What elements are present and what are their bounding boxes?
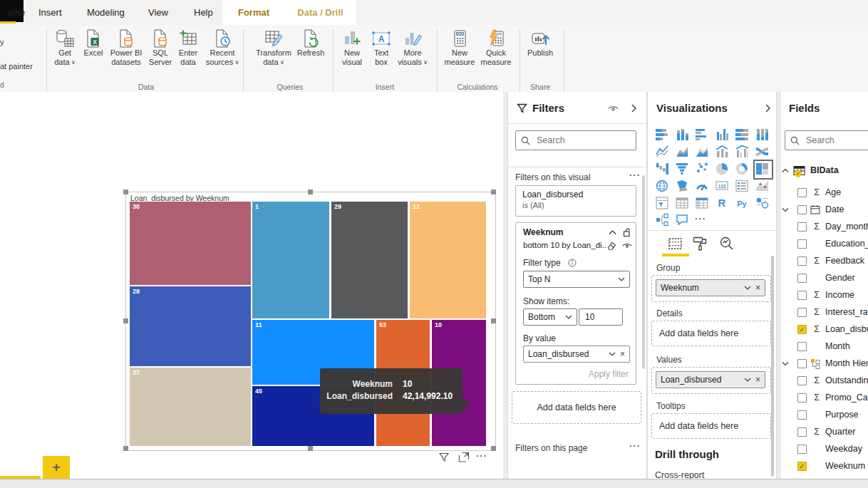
stacked-column-chart-visual-icon[interactable] xyxy=(676,128,691,143)
field-checkbox[interactable] xyxy=(797,274,807,283)
selection-handle[interactable] xyxy=(491,446,496,451)
values-field-chip[interactable]: Loan_disbursed × xyxy=(656,371,765,388)
table-biData-row[interactable]: ✓ BIData xyxy=(780,162,868,179)
remove-field-icon[interactable]: × xyxy=(620,349,625,359)
chevron-down-icon[interactable] xyxy=(609,352,616,356)
filled-map-visual-icon[interactable] xyxy=(676,179,691,194)
enter-data-button[interactable]: Enterdata xyxy=(173,28,203,67)
group-field-chip[interactable]: Weeknum × xyxy=(656,279,765,296)
show-items-count-input[interactable] xyxy=(579,309,622,325)
filters-on-visual-more-icon[interactable]: ··· xyxy=(629,170,641,180)
chevron-down-icon[interactable] xyxy=(744,286,751,290)
selection-handle[interactable] xyxy=(491,318,496,323)
field-item-age[interactable]: ΣAge xyxy=(780,184,868,201)
ribbon-chart-visual-icon[interactable] xyxy=(755,145,771,160)
tooltips-well[interactable]: Add data fields here xyxy=(651,413,771,439)
show-items-count-field[interactable] xyxy=(579,308,623,326)
text-box-button[interactable]: ATextbox xyxy=(367,28,396,67)
hide-filter-eye-icon[interactable] xyxy=(622,242,632,249)
visual-filter-icon[interactable] xyxy=(438,452,450,463)
field-item-gender[interactable]: Gender xyxy=(780,269,868,286)
treemap-visual-container[interactable]: Loan_disbursed by Weeknum 30129122827114… xyxy=(125,192,496,451)
clear-filter-eraser-icon[interactable] xyxy=(607,242,616,250)
field-checkbox[interactable] xyxy=(797,342,807,351)
chevron-down-icon[interactable] xyxy=(744,378,751,382)
field-checkbox[interactable] xyxy=(797,445,807,454)
filters-preview-eye-icon[interactable] xyxy=(608,105,619,113)
field-checkbox[interactable] xyxy=(797,239,807,249)
field-item-promo-ca[interactable]: ΣPromo_Ca xyxy=(780,389,868,406)
format-tab-icon[interactable] xyxy=(693,236,708,251)
refresh-button[interactable]: Refresh xyxy=(293,28,329,58)
filters-scrollbar[interactable] xyxy=(642,175,645,369)
field-item-purpose[interactable]: Purpose xyxy=(780,406,868,423)
new-measure-button[interactable]: Newmeasure xyxy=(440,28,480,67)
field-item-day-month[interactable]: ΣDay_month xyxy=(780,218,868,235)
add-filter-field-dropzone[interactable]: Add data fields here xyxy=(512,391,641,424)
filters-on-page-more-icon[interactable]: ··· xyxy=(629,440,641,451)
get-data-button[interactable]: Getdata ∨ xyxy=(48,28,81,67)
new-page-button[interactable]: + xyxy=(43,456,70,479)
filters-search-box[interactable] xyxy=(515,130,636,150)
lock-icon[interactable] xyxy=(623,228,631,237)
line-chart-visual-icon[interactable] xyxy=(656,145,671,160)
field-checkbox[interactable] xyxy=(797,256,807,266)
field-checkbox[interactable] xyxy=(797,393,807,403)
collapse-visualizations-pane-icon[interactable] xyxy=(765,103,771,113)
visual-more-options-icon[interactable]: ··· xyxy=(476,450,487,461)
decomposition-tree-visual-icon[interactable] xyxy=(656,213,671,229)
treemap-tile-weeknum-12[interactable]: 12 xyxy=(410,202,486,318)
field-item-outstandin[interactable]: ΣOutstandin xyxy=(780,372,868,389)
by-value-field-chip[interactable]: Loan_disbursed × xyxy=(523,346,630,363)
field-checkbox[interactable] xyxy=(797,222,807,232)
treemap-visual-icon[interactable] xyxy=(755,162,771,177)
treemap-tile-weeknum-28[interactable]: 28 xyxy=(130,286,251,366)
q-and-a-visual-icon[interactable] xyxy=(676,213,691,229)
menu-item-format[interactable]: Format xyxy=(223,0,284,25)
line-and-stacked-column-chart-visual-icon[interactable] xyxy=(715,145,731,160)
field-item-loan-disbu[interactable]: ✓ΣLoan_disbu xyxy=(780,321,868,338)
kpi-visual-icon[interactable] xyxy=(755,179,771,194)
field-checkbox[interactable] xyxy=(797,376,807,385)
remove-field-icon[interactable]: × xyxy=(755,375,760,385)
fields-search-box[interactable] xyxy=(785,130,868,150)
python-visual-icon[interactable]: Py xyxy=(735,196,751,212)
field-item-month[interactable]: Month xyxy=(780,338,868,355)
donut-chart-visual-icon[interactable] xyxy=(735,162,751,177)
field-item-income[interactable]: ΣIncome xyxy=(780,286,868,303)
field-checkbox[interactable] xyxy=(797,427,807,437)
field-item-interest-rat[interactable]: ΣInterest_rat xyxy=(780,303,868,321)
scatter-chart-visual-icon[interactable] xyxy=(696,162,711,177)
field-checkbox[interactable] xyxy=(797,308,807,317)
field-checkbox[interactable] xyxy=(797,205,807,214)
table-visual-icon[interactable] xyxy=(676,196,691,212)
focus-mode-icon[interactable] xyxy=(458,452,470,463)
stacked-bar-chart-visual-icon[interactable] xyxy=(656,128,671,143)
details-well[interactable]: Add data fields here xyxy=(651,321,771,346)
r-script-visual-icon[interactable]: R xyxy=(715,196,731,212)
card-visual-icon[interactable]: 123 xyxy=(715,179,731,194)
visualizations-scrollbar[interactable] xyxy=(771,256,774,477)
menu-item-modeling[interactable]: Modeling xyxy=(84,0,128,25)
field-item-month-hier[interactable]: Month Hier xyxy=(780,355,868,372)
100-stacked-bar-chart-visual-icon[interactable] xyxy=(735,128,751,143)
field-checkbox[interactable] xyxy=(797,188,807,197)
collapse-table-icon[interactable] xyxy=(782,168,790,173)
selection-handle[interactable] xyxy=(308,190,313,194)
field-item-weekday[interactable]: Weekday xyxy=(780,440,868,457)
treemap-tile-weeknum-1[interactable]: 1 xyxy=(252,202,329,318)
field-item-date[interactable]: Date xyxy=(780,201,868,218)
more-visuals-button[interactable]: Morevisuals ∨ xyxy=(393,28,433,67)
filters-search-input[interactable] xyxy=(535,135,636,146)
selection-handle[interactable] xyxy=(491,190,496,194)
funnel-chart-visual-icon[interactable] xyxy=(676,162,691,177)
transform-data-button[interactable]: Transformdata ∨ xyxy=(251,28,296,67)
publish-button[interactable]: Publish xyxy=(522,28,558,58)
multi-row-card-visual-icon[interactable] xyxy=(735,179,751,194)
area-chart-visual-icon[interactable] xyxy=(676,145,691,160)
fields-tab-icon[interactable] xyxy=(668,236,683,251)
apply-filter-button[interactable]: Apply filter xyxy=(589,369,629,379)
map-visual-icon[interactable] xyxy=(656,179,671,194)
treemap-tile-weeknum-30[interactable]: 30 xyxy=(130,202,251,285)
field-item-feedback[interactable]: ΣFeedback xyxy=(780,252,868,269)
